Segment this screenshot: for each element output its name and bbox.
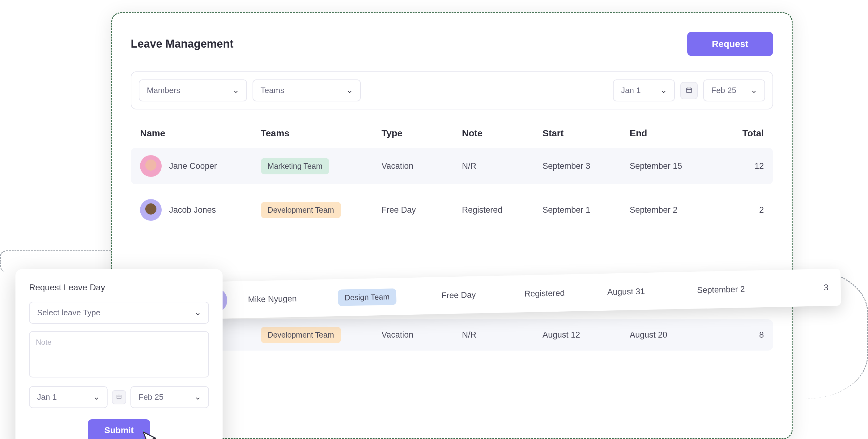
row-start: September 3 — [542, 161, 630, 171]
name-cell: Jacob Jones — [140, 199, 261, 221]
modal-date-to-value: Feb 25 — [138, 392, 163, 402]
row-end: September 15 — [630, 161, 724, 171]
team-badge: Design Team — [338, 288, 397, 306]
date-from-filter[interactable]: Jan 1 — [613, 80, 675, 101]
avatar — [140, 155, 162, 177]
row-note: Registered — [462, 205, 542, 215]
date-to-value: Feb 25 — [711, 86, 736, 95]
row-note: Registered — [524, 287, 608, 299]
svg-rect-0 — [686, 88, 692, 92]
row-name: Mike Nyugen — [248, 293, 338, 304]
row-end: August 20 — [630, 330, 724, 340]
table-row[interactable]: Jane CooperMarketing TeamVacationN/RSept… — [131, 148, 773, 184]
modal-date-from-value: Jan 1 — [37, 392, 57, 402]
chevron-down-icon — [660, 88, 667, 94]
cursor-icon — [141, 430, 159, 439]
leave-type-select[interactable]: Select leave Type — [29, 302, 209, 324]
row-type: Vacation — [381, 161, 462, 171]
date-from-value: Jan 1 — [621, 86, 641, 95]
row-start: August 31 — [607, 285, 697, 297]
members-filter[interactable]: Mambers — [139, 80, 247, 101]
row-type: Free Day — [441, 289, 525, 301]
row-note: N/R — [462, 330, 542, 340]
name-cell: Jane Cooper — [140, 155, 261, 177]
page-title: Leave Management — [131, 37, 234, 51]
team-badge: Development Team — [261, 202, 341, 218]
teams-filter[interactable]: Teams — [252, 80, 361, 101]
note-textarea[interactable] — [29, 331, 209, 377]
chevron-down-icon — [93, 394, 99, 400]
row-type: Free Day — [381, 205, 462, 215]
row-note: N/R — [462, 161, 542, 171]
request-leave-modal: Request Leave Day Select leave Type Jan … — [16, 269, 223, 439]
svg-line-9 — [143, 430, 144, 431]
filter-bar: Mambers Teams Jan 1 Feb 25 — [131, 71, 773, 109]
chevron-down-icon — [751, 88, 757, 94]
modal-date-from[interactable]: Jan 1 — [29, 386, 107, 408]
row-total: 3 — [794, 283, 829, 293]
chevron-down-icon — [195, 394, 201, 400]
chevron-down-icon — [233, 88, 239, 94]
calendar-button[interactable] — [680, 82, 698, 99]
row-start: September 1 — [542, 205, 630, 215]
col-end: End — [630, 128, 724, 138]
date-to-filter[interactable]: Feb 25 — [703, 80, 765, 101]
col-note: Note — [462, 128, 542, 138]
table-row[interactable]: Development TeamVacationN/RAugust 12Augu… — [131, 319, 773, 351]
row-name: Jane Cooper — [169, 161, 217, 171]
row-total: 8 — [724, 330, 764, 340]
leave-type-placeholder: Select leave Type — [37, 308, 100, 317]
row-end: September 2 — [630, 205, 724, 215]
col-name: Name — [140, 128, 261, 138]
team-badge: Marketing Team — [261, 158, 329, 175]
members-filter-label: Mambers — [147, 86, 180, 95]
chevron-down-icon — [346, 88, 353, 94]
row-total: 12 — [724, 161, 764, 171]
table-row[interactable]: Jacob JonesDevelopment TeamFree DayRegis… — [131, 192, 773, 228]
avatar — [140, 199, 162, 221]
row-total: 2 — [724, 205, 764, 215]
chevron-down-icon — [195, 310, 201, 316]
row-end: September 2 — [697, 283, 794, 295]
row-name: Jacob Jones — [169, 205, 216, 215]
col-total: Total — [724, 128, 764, 138]
teams-filter-label: Teams — [260, 86, 284, 95]
svg-rect-4 — [117, 395, 121, 399]
modal-date-to[interactable]: Feb 25 — [130, 386, 209, 408]
row-start: August 12 — [542, 330, 630, 340]
calendar-icon — [686, 87, 692, 95]
request-button[interactable]: Request — [687, 32, 773, 56]
col-type: Type — [381, 128, 462, 138]
team-badge: Development Team — [261, 327, 341, 343]
calendar-icon — [116, 394, 122, 401]
col-teams: Teams — [261, 128, 382, 138]
modal-calendar-button[interactable] — [112, 390, 126, 404]
modal-title: Request Leave Day — [29, 283, 209, 292]
col-start: Start — [542, 128, 630, 138]
table-header: Name Teams Type Note Start End Total — [131, 128, 773, 148]
row-type: Vacation — [381, 330, 462, 340]
